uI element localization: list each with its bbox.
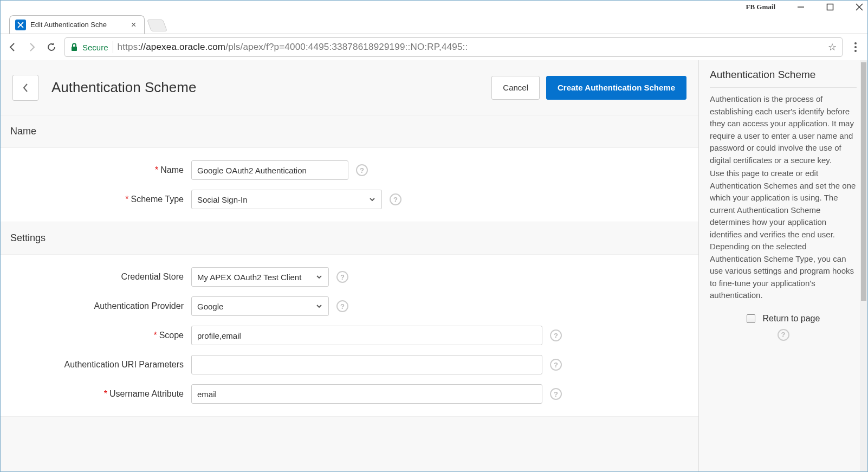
section-header-settings: Settings — [1, 222, 698, 255]
side-help-row: ? — [710, 329, 857, 341]
auth-provider-select[interactable]: Google — [191, 296, 329, 316]
field-row-name: *Name ? — [1, 156, 698, 185]
field-row-username-attr: *Username Attribute ? — [1, 379, 698, 409]
scheme-type-value: Social Sign-In — [197, 195, 248, 204]
svg-rect-4 — [72, 47, 77, 51]
field-row-scheme-type: *Scheme Type Social Sign-In ? — [1, 185, 698, 214]
side-panel: Authentication Scheme Authentication is … — [698, 60, 867, 471]
browser-toolbar: Secure https://apexea.oracle.com/pls/ape… — [1, 34, 867, 60]
auth-provider-value: Google — [197, 302, 223, 311]
side-title: Authentication Scheme — [710, 69, 857, 88]
label-auth-provider: Authentication Provider — [1, 301, 191, 311]
field-row-credential-store: Credential Store My APEX OAuth2 Test Cli… — [1, 262, 698, 292]
page-title: Authentication Scheme — [51, 79, 478, 96]
reload-button[interactable] — [45, 41, 58, 54]
app-viewport: Authentication Scheme Cancel Create Auth… — [1, 60, 867, 471]
secure-label: Secure — [82, 43, 108, 52]
scheme-type-select[interactable]: Social Sign-In — [191, 190, 382, 209]
help-icon[interactable]: ? — [336, 300, 348, 312]
lock-icon — [70, 43, 78, 51]
tab-close-icon[interactable]: × — [131, 21, 139, 29]
window-controls — [797, 3, 863, 11]
window-titlebar: FB Gmail — [1, 1, 867, 14]
side-paragraph-1: Authentication is the process of establi… — [710, 93, 857, 166]
chevron-down-icon — [315, 302, 323, 310]
forward-button[interactable] — [25, 41, 38, 54]
help-icon[interactable]: ? — [336, 271, 348, 283]
apex-favicon-icon — [15, 20, 26, 30]
help-icon[interactable]: ? — [550, 329, 562, 341]
chevron-down-icon — [315, 273, 323, 281]
side-scrollbar[interactable] — [860, 60, 867, 471]
field-row-scope: *Scope ? — [1, 321, 698, 350]
auth-uri-params-input[interactable] — [191, 355, 542, 374]
section-header-name: Name — [1, 115, 698, 148]
return-to-page-checkbox[interactable] — [747, 314, 755, 323]
browser-menu-button[interactable] — [849, 41, 862, 54]
help-icon[interactable]: ? — [550, 359, 562, 371]
browser-tabstrip: Edit Authentication Sche × — [1, 14, 867, 34]
section-body-name: *Name ? *Scheme Type Social Sign-In ? — [1, 148, 698, 222]
name-input[interactable] — [191, 160, 348, 180]
addr-divider — [113, 41, 113, 53]
url-text: https://apexea.oracle.com/pls/apex/f?p=4… — [118, 42, 468, 53]
help-icon[interactable]: ? — [390, 193, 401, 205]
label-auth-uri-params: Authentication URI Parameters — [1, 360, 191, 370]
close-icon[interactable] — [856, 3, 863, 11]
return-to-page-row: Return to page — [710, 314, 857, 324]
header-buttons: Cancel Create Authentication Scheme — [491, 76, 686, 100]
svg-rect-1 — [827, 4, 833, 10]
scope-input[interactable] — [191, 326, 542, 345]
credential-store-select[interactable]: My APEX OAuth2 Test Client — [191, 267, 329, 287]
label-credential-store: Credential Store — [1, 272, 191, 282]
create-authentication-scheme-button[interactable]: Create Authentication Scheme — [546, 76, 686, 100]
back-button[interactable] — [6, 41, 19, 54]
new-tab-button[interactable] — [147, 20, 167, 31]
bookmark-star-icon[interactable]: ☆ — [828, 41, 837, 53]
credential-store-value: My APEX OAuth2 Test Client — [197, 273, 301, 282]
username-attr-input[interactable] — [191, 384, 542, 404]
browser-tab-active[interactable]: Edit Authentication Sche × — [9, 15, 145, 34]
help-icon[interactable]: ? — [778, 329, 789, 341]
label-name: *Name — [1, 165, 191, 175]
field-row-auth-uri-params: Authentication URI Parameters ? — [1, 350, 698, 379]
cancel-button[interactable]: Cancel — [491, 76, 540, 100]
label-scheme-type: *Scheme Type — [1, 195, 191, 204]
minimize-icon[interactable] — [797, 3, 805, 11]
extension-button[interactable]: FB Gmail — [746, 3, 775, 11]
field-row-auth-provider: Authentication Provider Google ? — [1, 292, 698, 321]
main-panel: Authentication Scheme Cancel Create Auth… — [1, 60, 698, 471]
label-scope: *Scope — [1, 331, 191, 340]
help-icon[interactable]: ? — [356, 164, 368, 176]
side-paragraph-2: Use this page to create or edit Authenti… — [710, 167, 857, 302]
page-header: Authentication Scheme Cancel Create Auth… — [1, 60, 698, 115]
chevron-down-icon — [368, 196, 376, 203]
maximize-icon[interactable] — [826, 3, 834, 11]
help-icon[interactable]: ? — [550, 388, 562, 400]
return-to-page-label: Return to page — [763, 314, 820, 324]
address-bar[interactable]: Secure https://apexea.oracle.com/pls/ape… — [64, 37, 843, 57]
page-back-button[interactable] — [12, 75, 38, 101]
label-username-attr: *Username Attribute — [1, 389, 191, 399]
tab-title: Edit Authentication Sche — [30, 21, 127, 29]
section-body-settings: Credential Store My APEX OAuth2 Test Cli… — [1, 255, 698, 417]
side-scrollbar-thumb[interactable] — [861, 62, 866, 301]
